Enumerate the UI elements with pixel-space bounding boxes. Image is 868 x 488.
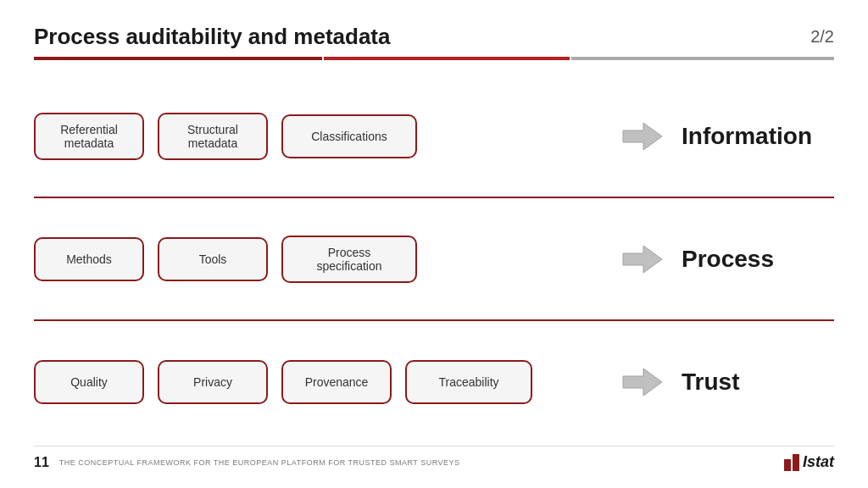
line-dark-red <box>34 57 322 60</box>
footer: 11 THE CONCEPTUAL FRAMEWORK FOR THE EURO… <box>34 446 834 471</box>
line-red <box>324 57 570 60</box>
istat-logo: Istat <box>784 453 834 471</box>
page-title: Process auditability and metadata <box>34 24 390 50</box>
arrow-trust <box>615 365 666 399</box>
row-trust: Quality Privacy Provenance Traceability … <box>34 321 834 442</box>
header: Process auditability and metadata 2/2 <box>34 24 834 50</box>
box-referential-metadata: Referentialmetadata <box>34 113 144 160</box>
box-traceability: Traceability <box>405 360 532 404</box>
istat-text: Istat <box>803 453 834 471</box>
row-information: Referentialmetadata Structuralmetadata C… <box>34 75 834 197</box>
arrow-information <box>615 119 666 153</box>
boxes-information: Referentialmetadata Structuralmetadata C… <box>34 113 607 160</box>
svg-marker-0 <box>623 123 662 150</box>
top-lines <box>34 57 834 60</box>
box-provenance: Provenance <box>281 360 392 404</box>
slide-number: 2/2 <box>810 27 834 47</box>
label-trust: Trust <box>682 369 834 396</box>
box-structural-metadata: Structuralmetadata <box>158 113 268 160</box>
label-process: Process <box>682 246 834 273</box>
page-number: 11 <box>34 455 49 470</box>
box-methods: Methods <box>34 237 144 281</box>
istat-bars-icon <box>784 454 799 471</box>
boxes-process: Methods Tools Processspecification <box>34 236 607 283</box>
svg-marker-1 <box>623 246 662 273</box>
box-classifications: Classifications <box>281 114 417 158</box>
svg-marker-2 <box>623 369 662 396</box>
box-process-specification: Processspecification <box>281 236 417 283</box>
line-gray <box>571 57 834 60</box>
footer-left: 11 THE CONCEPTUAL FRAMEWORK FOR THE EURO… <box>34 455 460 470</box>
box-quality: Quality <box>34 360 144 404</box>
boxes-trust: Quality Privacy Provenance Traceability <box>34 360 607 404</box>
row-process: Methods Tools Processspecification Proce… <box>34 198 834 319</box>
arrow-process <box>615 242 666 276</box>
slide: Process auditability and metadata 2/2 Re… <box>0 0 868 488</box>
box-privacy: Privacy <box>158 360 268 404</box>
istat-bar-2 <box>793 454 799 471</box>
istat-bar-1 <box>784 459 791 471</box>
label-information: Information <box>682 123 834 150</box>
footer-subtitle: THE CONCEPTUAL FRAMEWORK FOR THE EUROPEA… <box>59 458 460 467</box>
content: Referentialmetadata Structuralmetadata C… <box>34 75 834 442</box>
box-tools: Tools <box>158 237 268 281</box>
